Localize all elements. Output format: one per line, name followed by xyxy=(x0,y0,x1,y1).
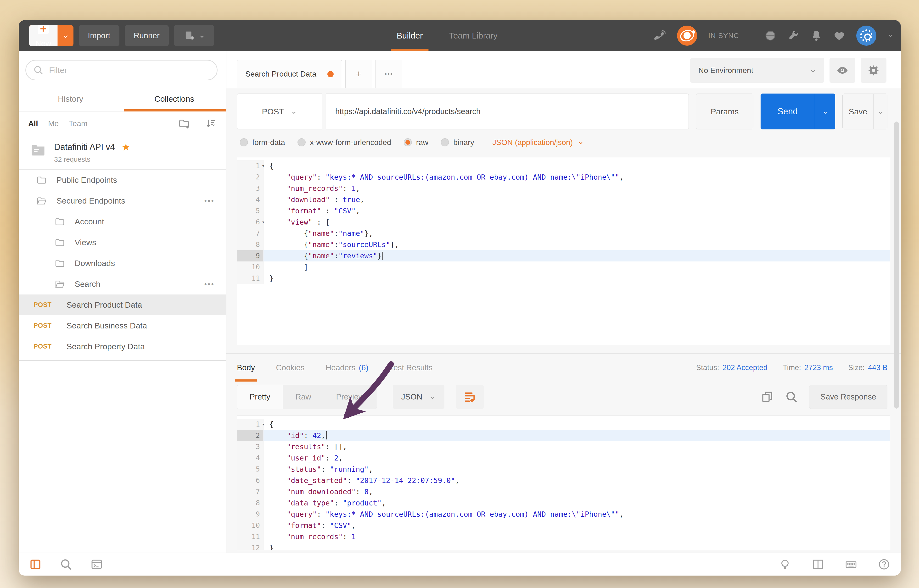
new-tab-button[interactable]: + xyxy=(345,60,372,88)
code-line[interactable]: 10 ] xyxy=(237,262,890,273)
new-folder-icon[interactable] xyxy=(178,118,190,129)
code-line[interactable]: 6▾ "view" : [ xyxy=(237,216,890,228)
folder-item[interactable]: Account xyxy=(19,211,226,232)
filter-input[interactable] xyxy=(49,66,210,75)
request-body-editor[interactable]: 1▾{2 "query": "keys:* AND sourceURLs:(am… xyxy=(237,157,890,345)
new-window-button[interactable] xyxy=(174,25,214,46)
request-tab[interactable]: Search Product Data xyxy=(237,60,342,88)
send-dropdown[interactable] xyxy=(815,94,835,129)
scope-all[interactable]: All xyxy=(28,119,38,128)
code-line[interactable]: 11 "num_records": 1 xyxy=(237,531,890,542)
phone-icon[interactable] xyxy=(654,30,666,42)
response-tab-test-results[interactable]: Test Results xyxy=(390,354,433,381)
code-line[interactable]: 8 "data_type": "product", xyxy=(237,498,890,509)
runner-button[interactable]: Runner xyxy=(125,25,169,46)
response-tab-cookies[interactable]: Cookies xyxy=(276,354,304,381)
code-line[interactable]: 3 "num_records": 1, xyxy=(237,183,890,194)
lightbulb-icon[interactable] xyxy=(779,558,791,570)
bell-icon[interactable] xyxy=(811,30,822,42)
method-select[interactable]: POST xyxy=(237,94,322,129)
code-line[interactable]: 2 "id": 42, xyxy=(237,430,890,441)
fold-icon[interactable]: ▾ xyxy=(262,160,265,171)
new-button[interactable]: New xyxy=(29,25,73,46)
chevron-down-icon[interactable] xyxy=(887,32,894,39)
folder-item[interactable]: Public Endpoints xyxy=(19,170,226,191)
sort-icon[interactable] xyxy=(205,118,217,129)
folder-item[interactable]: Views xyxy=(19,232,226,253)
request-item[interactable]: POSTSearch Product Data xyxy=(19,294,226,315)
content-type-select[interactable]: JSON (application/json) xyxy=(492,138,584,147)
scope-me[interactable]: Me xyxy=(48,119,59,128)
console-icon[interactable] xyxy=(91,558,103,570)
response-format-select[interactable]: JSON xyxy=(393,385,445,409)
url-input[interactable] xyxy=(326,94,689,129)
save-response-button[interactable]: Save Response xyxy=(809,385,887,409)
help-icon[interactable] xyxy=(878,558,890,570)
folder-item[interactable]: Secured Endpoints••• xyxy=(19,191,226,211)
view-mode-pretty[interactable]: Pretty xyxy=(237,385,283,409)
code-line[interactable]: 1▾{ xyxy=(237,418,890,430)
body-type-radio-form-data[interactable]: form-data xyxy=(240,138,285,147)
more-options-icon[interactable]: ••• xyxy=(204,197,215,205)
code-line[interactable]: 7 {"name":"name"}, xyxy=(237,228,890,239)
code-line[interactable]: 8 {"name":"sourceURLs"}, xyxy=(237,239,890,250)
copy-icon[interactable] xyxy=(761,391,774,403)
code-line[interactable]: 4 "user_id": 2, xyxy=(237,452,890,464)
request-item[interactable]: POSTSearch Property Data xyxy=(19,336,226,357)
globe-icon[interactable] xyxy=(764,30,777,42)
scrollbar[interactable] xyxy=(894,121,899,409)
fold-icon[interactable]: ▾ xyxy=(262,418,265,430)
code-line[interactable]: 5 "status": "running", xyxy=(237,464,890,475)
body-type-radio-binary[interactable]: binary xyxy=(441,138,474,147)
code-line[interactable]: 11} xyxy=(237,273,890,284)
search-icon[interactable] xyxy=(60,558,72,570)
response-body-viewer[interactable]: 1▾{2 "id": 42,3 "results": [],4 "user_id… xyxy=(237,415,890,550)
environment-quicklook-button[interactable] xyxy=(830,58,855,83)
tab-team-library[interactable]: Team Library xyxy=(447,20,500,51)
sidebar-toggle-icon[interactable] xyxy=(29,558,42,570)
save-dropdown[interactable] xyxy=(873,94,887,129)
tab-options-button[interactable]: ••• xyxy=(375,60,402,88)
folder-item[interactable]: Downloads xyxy=(19,253,226,274)
request-item[interactable]: POSTSearch Business Data xyxy=(19,315,226,336)
send-button[interactable]: Send xyxy=(760,94,835,129)
view-mode-preview[interactable]: Preview xyxy=(324,385,377,409)
folder-item[interactable]: Search••• xyxy=(19,274,226,294)
split-pane-icon[interactable] xyxy=(812,558,824,570)
wrap-text-button[interactable] xyxy=(456,385,484,409)
tab-builder[interactable]: Builder xyxy=(394,20,425,51)
search-response-icon[interactable] xyxy=(785,391,798,403)
code-line[interactable]: 6 "date_started": "2017-12-14 22:07:59.0… xyxy=(237,475,890,486)
code-line[interactable]: 5 "format" : "CSV", xyxy=(237,205,890,216)
star-icon[interactable]: ★ xyxy=(121,142,130,153)
import-button[interactable]: Import xyxy=(79,25,120,46)
settings-button[interactable] xyxy=(861,58,887,83)
code-line[interactable]: 9 {"name":"reviews"} xyxy=(237,250,890,262)
sidebar-tab-collections[interactable]: Collections xyxy=(123,87,227,111)
code-line[interactable]: 9 "query": "keys:* AND sourceURLs:(amazo… xyxy=(237,509,890,520)
response-tab-headers[interactable]: Headers (6) xyxy=(325,354,368,381)
body-type-radio-raw[interactable]: raw xyxy=(404,138,429,147)
more-options-icon[interactable]: ••• xyxy=(204,280,215,288)
code-line[interactable]: 10 "format": "CSV", xyxy=(237,520,890,531)
scope-team[interactable]: Team xyxy=(69,119,87,128)
body-type-radio-x-www-form-urlencoded[interactable]: x-www-form-urlencoded xyxy=(298,138,391,147)
avatar[interactable] xyxy=(856,26,876,46)
code-line[interactable]: 7 "num_downloaded": 0, xyxy=(237,486,890,498)
code-line[interactable]: 4 "download" : true, xyxy=(237,194,890,205)
sidebar-tab-history[interactable]: History xyxy=(19,87,123,111)
new-dropdown[interactable] xyxy=(57,25,73,46)
fold-icon[interactable]: ▾ xyxy=(262,216,265,228)
code-line[interactable]: 2 "query": "keys:* AND sourceURLs:(amazo… xyxy=(237,171,890,183)
response-tab-body[interactable]: Body xyxy=(237,354,255,381)
sync-icon[interactable] xyxy=(677,26,697,46)
collection-header[interactable]: Datafiniti API v4★ 32 requests xyxy=(19,136,226,170)
params-button[interactable]: Params xyxy=(696,94,753,129)
code-line[interactable]: 12} xyxy=(237,542,890,550)
save-button[interactable]: Save xyxy=(843,94,887,129)
view-mode-raw[interactable]: Raw xyxy=(283,385,324,409)
code-line[interactable]: 1▾{ xyxy=(237,160,890,171)
code-line[interactable]: 3 "results": [], xyxy=(237,441,890,452)
heart-icon[interactable] xyxy=(833,30,845,42)
environment-select[interactable]: No Environment xyxy=(690,58,824,83)
